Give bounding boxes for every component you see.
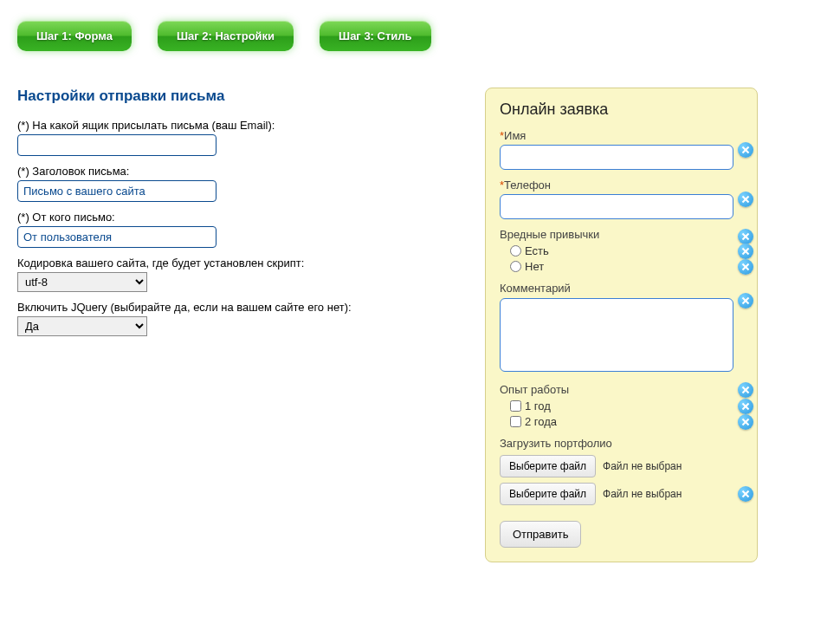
name-input[interactable] — [500, 145, 733, 170]
email-input[interactable] — [17, 134, 216, 156]
delete-icon[interactable] — [738, 244, 753, 259]
preview-panel: Онлайн заявка *Имя *Телефон Вредные прив… — [485, 88, 758, 562]
file-hint-1: Файл не выбран — [603, 460, 682, 472]
comment-textarea[interactable] — [500, 298, 733, 372]
jquery-label: Включить JQuery (выбирайте да, если на в… — [17, 301, 433, 314]
file-button-1[interactable]: Выберите файл — [500, 455, 596, 477]
habits-opt2-label: Нет — [525, 260, 544, 273]
from-input[interactable] — [17, 226, 216, 248]
exp-check-2[interactable] — [510, 416, 521, 427]
email-label: (*) На какой ящик присылать письма (ваш … — [17, 119, 433, 132]
from-label: (*) От кого письмо: — [17, 211, 433, 224]
settings-heading: Настройки отправки письма — [17, 88, 433, 105]
exp-opt2-label: 2 года — [525, 415, 557, 428]
exp-opt1-label: 1 год — [525, 399, 551, 412]
phone-input[interactable] — [500, 194, 733, 219]
delete-icon[interactable] — [738, 293, 753, 308]
jquery-select[interactable]: Да — [17, 316, 147, 336]
tab-step1[interactable]: Шаг 1: Форма — [17, 21, 132, 51]
encoding-select[interactable]: utf-8 — [17, 272, 147, 292]
submit-button[interactable]: Отправить — [500, 521, 581, 548]
subject-input[interactable] — [17, 180, 216, 202]
delete-icon[interactable] — [738, 399, 753, 414]
encoding-label: Кодировка вашего сайта, где будет устано… — [17, 257, 433, 270]
exp-label: Опыт работы — [500, 383, 743, 396]
tab-step3[interactable]: Шаг 3: Стиль — [320, 21, 431, 51]
delete-icon[interactable] — [738, 229, 753, 244]
habits-opt1-label: Есть — [525, 244, 549, 257]
habits-radio-yes[interactable] — [510, 245, 521, 257]
phone-label: *Телефон — [500, 179, 743, 192]
habits-label: Вредные привычки — [500, 228, 743, 241]
comment-label: Комментарий — [500, 282, 743, 295]
preview-title: Онлайн заявка — [500, 101, 743, 119]
delete-icon[interactable] — [738, 142, 753, 158]
step-tabs: Шаг 1: Форма Шаг 2: Настройки Шаг 3: Сти… — [0, 0, 840, 62]
settings-pane: Настройки отправки письма (*) На какой я… — [17, 88, 433, 345]
file-hint-2: Файл не выбран — [603, 488, 682, 500]
file-button-2[interactable]: Выберите файл — [500, 483, 596, 505]
exp-check-1[interactable] — [510, 400, 521, 412]
delete-icon[interactable] — [738, 486, 753, 502]
tab-step2[interactable]: Шаг 2: Настройки — [158, 21, 294, 51]
delete-icon[interactable] — [738, 382, 753, 398]
subject-label: (*) Заголовок письма: — [17, 165, 433, 178]
delete-icon[interactable] — [738, 259, 753, 275]
delete-icon[interactable] — [738, 192, 753, 207]
name-label: *Имя — [500, 129, 743, 142]
habits-radio-no[interactable] — [510, 261, 521, 272]
upload-label: Загрузить портфолио — [500, 437, 743, 450]
delete-icon[interactable] — [738, 414, 753, 430]
